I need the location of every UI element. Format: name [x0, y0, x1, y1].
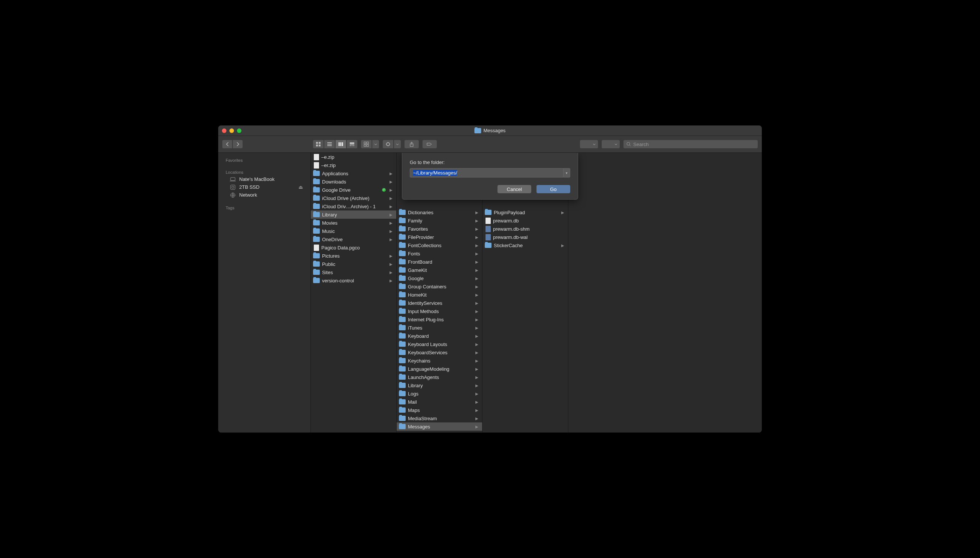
column-item[interactable]: Google Drive✓▶ — [311, 186, 396, 194]
sidebar-location-item[interactable]: Network — [218, 191, 310, 199]
column-item[interactable]: HomeKit▶ — [397, 290, 482, 299]
chevron-right-icon: ▶ — [475, 351, 480, 354]
forward-button[interactable] — [232, 140, 243, 149]
column-item[interactable]: Family▶ — [397, 217, 482, 225]
sidebar-location-item[interactable]: 2TB SSD⏏ — [218, 183, 310, 191]
item-label: Pictures — [322, 253, 387, 259]
column-item[interactable]: StickerCache▶ — [483, 241, 568, 249]
folder-icon — [399, 276, 406, 281]
column-item[interactable]: Keyboard Layouts▶ — [397, 340, 482, 348]
column-item[interactable]: version-control▶ — [311, 276, 396, 285]
column-item[interactable]: Internet Plug-Ins▶ — [397, 315, 482, 323]
search-icon — [626, 142, 631, 146]
item-label: KeyboardServices — [408, 350, 473, 355]
column-item[interactable]: GameKit▶ — [397, 266, 482, 274]
column-item[interactable]: –er.zip — [311, 161, 396, 169]
column-item[interactable]: Keyboard▶ — [397, 332, 482, 340]
maximize-window-button[interactable] — [237, 128, 241, 133]
column-item[interactable]: Pagico Data.pgco — [311, 243, 396, 252]
go-button[interactable]: Go — [537, 185, 570, 193]
column-item[interactable]: Group Containers▶ — [397, 282, 482, 290]
column-item[interactable]: prewarm.db-wal — [483, 233, 568, 241]
sidebar-item-label: 2TB SSD — [239, 184, 259, 190]
tags-button[interactable] — [422, 140, 437, 149]
column-item[interactable]: Dictionaries▶ — [397, 208, 482, 217]
column-item[interactable]: Maps▶ — [397, 406, 482, 414]
action-button[interactable] — [382, 140, 394, 149]
chevron-right-icon: ▶ — [561, 243, 566, 248]
column-item[interactable]: Public▶ — [311, 260, 396, 268]
column-item[interactable]: iCloud Drive (Archive)▶ — [311, 194, 396, 202]
cancel-button[interactable]: Cancel — [497, 185, 531, 193]
column-item[interactable]: FrontBoard▶ — [397, 258, 482, 266]
dropdown-2[interactable] — [601, 140, 620, 149]
column-item[interactable]: Sites▶ — [311, 268, 396, 276]
column-item[interactable]: prewarm.db — [483, 217, 568, 225]
arrange-dropdown[interactable] — [372, 140, 379, 149]
column-item[interactable]: Applications▶ — [311, 169, 396, 177]
icon-view-button[interactable] — [313, 140, 324, 149]
sidebar-location-item[interactable]: Nate's MacBook — [218, 175, 310, 183]
minimize-window-button[interactable] — [229, 128, 234, 133]
column-item[interactable]: Logs▶ — [397, 389, 482, 398]
file-icon — [314, 245, 319, 251]
svg-rect-0 — [316, 142, 318, 144]
share-button[interactable] — [404, 140, 419, 149]
column-item[interactable]: Favorites▶ — [397, 225, 482, 233]
sync-badge-icon: ✓ — [382, 188, 386, 192]
folder-icon — [399, 416, 406, 421]
column-item[interactable]: Messages▶ — [397, 422, 482, 431]
column-item[interactable]: OneDrive▶ — [311, 235, 396, 243]
column-item[interactable]: PluginPayload▶ — [483, 208, 568, 217]
column-item[interactable]: iCloud Driv…Archive) - 1▶ — [311, 202, 396, 210]
svg-point-24 — [232, 186, 234, 189]
gallery-view-button[interactable] — [346, 140, 357, 149]
finder-window: Messages — [218, 125, 762, 433]
search-input[interactable] — [633, 141, 755, 147]
column-view-button[interactable] — [335, 140, 346, 149]
back-button[interactable] — [222, 140, 232, 149]
column-item[interactable]: Google▶ — [397, 274, 482, 282]
column-item[interactable]: Library▶ — [311, 210, 396, 219]
column-item[interactable]: Downloads▶ — [311, 177, 396, 186]
arrange-button[interactable] — [361, 140, 372, 149]
path-dropdown-button[interactable]: ▾ — [563, 168, 570, 177]
column-item[interactable]: LanguageModeling▶ — [397, 365, 482, 373]
chevron-right-icon: ▶ — [475, 359, 480, 363]
dropdown-1[interactable] — [580, 140, 598, 149]
folder-icon — [313, 228, 320, 234]
file-icon — [314, 162, 319, 169]
column-item[interactable]: FileProvider▶ — [397, 233, 482, 241]
column-item[interactable]: iTunes▶ — [397, 323, 482, 332]
folder-icon — [399, 325, 406, 330]
column-item[interactable]: Pictures▶ — [311, 252, 396, 260]
item-label: Library — [408, 383, 473, 388]
column-item[interactable]: Input Methods▶ — [397, 307, 482, 315]
column-item[interactable]: Music▶ — [311, 227, 396, 235]
folder-icon — [485, 210, 491, 215]
chevron-right-icon: ▶ — [390, 221, 394, 225]
list-view-button[interactable] — [324, 140, 335, 149]
column-item[interactable]: Mail▶ — [397, 398, 482, 406]
column-item[interactable]: LaunchAgents▶ — [397, 373, 482, 381]
column-item[interactable]: Fonts▶ — [397, 249, 482, 258]
column-item[interactable]: FontCollections▶ — [397, 241, 482, 249]
folder-icon — [399, 358, 406, 363]
item-label: Keyboard — [408, 333, 473, 339]
column-item[interactable]: KeyboardServices▶ — [397, 348, 482, 356]
search-box[interactable] — [623, 140, 758, 149]
eject-icon[interactable]: ⏏ — [298, 184, 303, 190]
action-dropdown[interactable] — [394, 140, 401, 149]
column-item[interactable]: Movies▶ — [311, 219, 396, 227]
chevron-right-icon: ▶ — [475, 367, 480, 371]
folder-icon — [313, 171, 320, 176]
column-item[interactable]: –e.zip — [311, 153, 396, 161]
path-input[interactable] — [410, 168, 563, 177]
close-window-button[interactable] — [222, 128, 226, 133]
column-item[interactable]: Library▶ — [397, 381, 482, 389]
column-item[interactable]: prewarm.db-shm — [483, 225, 568, 233]
column-item[interactable]: MediaStream▶ — [397, 414, 482, 422]
column-item[interactable]: Keychains▶ — [397, 356, 482, 365]
chevron-right-icon: ▶ — [475, 342, 480, 346]
column-item[interactable]: IdentityServices▶ — [397, 299, 482, 307]
